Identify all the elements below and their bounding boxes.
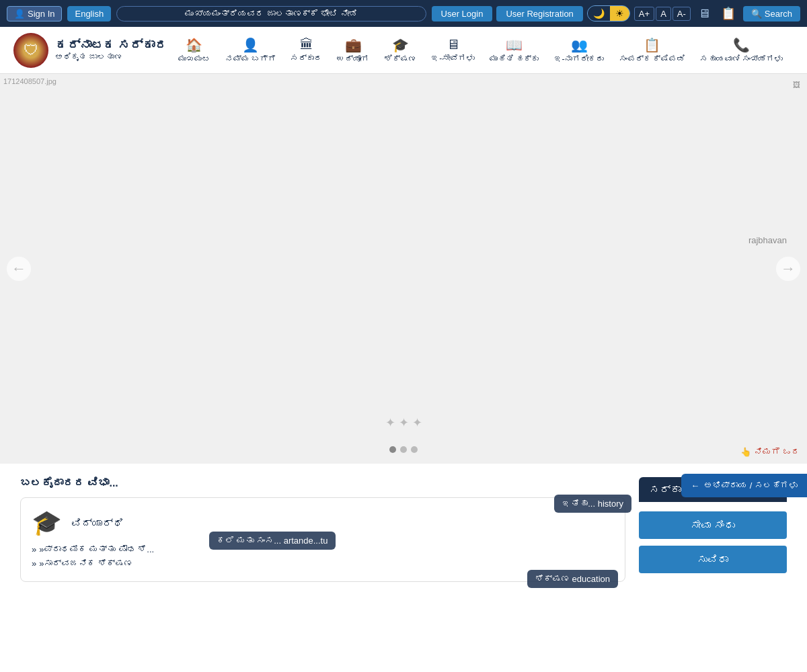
- cm-visit-button[interactable]: ಮುಖ್ಯಮಂತ್ರಿಯವರ ಜಾಲತಾಣಕ್ಕೆ ಭೇಟಿ ನೀಡಿ: [116, 6, 426, 22]
- slider-image: 1712408507.jpg: [0, 74, 807, 464]
- phone-icon: 📞: [733, 37, 750, 53]
- slider-prev-button[interactable]: ←: [7, 257, 31, 281]
- dept-section: ಬಲಕೈದಾರರ ವಿಭಾ... ಇತಿಹಾ... history 🎓 ವಿದ್…: [20, 477, 625, 585]
- nav-government[interactable]: 🏛 ಸರ್ಕಾರ: [285, 34, 328, 66]
- org-subtitle: ಅಧಿಕೃತ ಜಾಲತಾಣ: [55, 52, 167, 62]
- nav-eservices[interactable]: 🖥 ಇ-ಸೇವೆಗಳು: [426, 34, 480, 66]
- badge-kale[interactable]: ಕಲೆ ಮತು ಸಂಸ... artande...tu: [209, 532, 336, 550]
- user-icon: 👤: [14, 9, 25, 19]
- dept-icon-row: 🎓 ವಿದ್ಯಾರ್ಥಿ: [32, 509, 124, 537]
- feedback-button[interactable]: ← ಅಭಿಪ್ರಾಯ / ಸಲಹೆಗಳು: [681, 474, 807, 497]
- english-button[interactable]: English: [67, 6, 111, 22]
- building-icon: 🏛: [300, 37, 313, 52]
- home-icon: 🏠: [186, 37, 202, 53]
- feedback-arrow-icon: ←: [691, 480, 699, 491]
- slider-dot-3[interactable]: [411, 446, 418, 453]
- accessibility-icon[interactable]: 📋: [718, 5, 739, 22]
- nav-home[interactable]: 🏠 ಮುಖಪುಟ: [173, 34, 216, 67]
- badge-history[interactable]: ಇತಿಹಾ... history: [554, 495, 631, 513]
- badge-shiksha[interactable]: ಶಿಕ್ಷಣ education: [527, 570, 618, 588]
- nav-helpline[interactable]: 📞 ಸಹಾಯವಾಣಿ ಸಂಖ್ಯೆಗಳು: [695, 34, 788, 67]
- user-login-button[interactable]: User Login: [432, 6, 493, 22]
- seva-sindhu-button[interactable]: ಸೇವಾ ಸಿಂಧು: [639, 511, 787, 539]
- dept-student-name: ವಿದ್ಯಾರ್ಥಿ: [71, 517, 124, 529]
- user-registration-button[interactable]: User Registration: [496, 6, 582, 22]
- loading-indicator: ✦ ✦ ✦: [385, 415, 422, 430]
- font-size-controls: A+ A A-: [634, 7, 691, 21]
- contact-icon: 📋: [644, 37, 660, 53]
- monitor-nav-icon: 🖥: [447, 37, 460, 52]
- nimge-oda-text: 👆 ನಿಮಗೆ ಒದ: [740, 447, 800, 457]
- search-button[interactable]: 🔍 Search: [743, 6, 800, 22]
- slider-corner-image: 🖼: [793, 81, 800, 89]
- graduation-icon: 🎓: [392, 37, 409, 53]
- dept-section-title: ಬಲಕೈದಾರರ ವಿಭಾ...: [20, 477, 625, 489]
- font-normal-button[interactable]: A: [656, 7, 671, 21]
- moon-button[interactable]: 🌙: [588, 6, 610, 21]
- slider-next-button[interactable]: →: [776, 257, 800, 281]
- logo-area: 🛡 ಕರ್ನಾಟಕ ಸರ್ಕಾರ ಅಧಿಕೃತ ಜಾಲತಾಣ: [13, 33, 167, 68]
- nav-employment[interactable]: 💼 ಉದ್ಯೋಗ: [332, 34, 375, 67]
- arrow-icon: »: [32, 544, 36, 554]
- briefcase-icon: 💼: [345, 37, 362, 53]
- main-nav: 🏠 ಮುಖಪುಟ 👤 ನಮ್ಮ ಬಗ್ಗೆ 🏛 ಸರ್ಕಾರ 💼 ಉದ್ಯೋಗ …: [167, 34, 794, 67]
- search-icon: 🔍: [751, 9, 762, 19]
- monitor-icon[interactable]: 🖥: [695, 5, 714, 22]
- nav-contact[interactable]: 📋 ಸಂಪರ್ಕ ಕ್ಷಿಪಡಿ: [614, 34, 691, 67]
- font-increase-button[interactable]: A+: [634, 7, 654, 21]
- slider-caption: rajbhavan: [748, 235, 787, 245]
- top-bar: 👤 Sign In English ಮುಖ್ಯಮಂತ್ರಿಯವರ ಜಾಲತಾಣಕ…: [0, 0, 807, 27]
- student-icon: 🎓: [32, 509, 62, 537]
- slider-filename: 1712408507.jpg: [3, 77, 56, 85]
- slider-dot-2[interactable]: [400, 446, 407, 453]
- top-bar-right: User Login User Registration 🌙 ☀ A+ A A-…: [432, 5, 800, 22]
- nav-rti[interactable]: 📖 ಮಾಹಿತಿ ಹಕ್ಕು: [484, 34, 544, 67]
- arrow2-icon: »: [32, 558, 36, 569]
- logo-emblem: 🛡: [13, 33, 48, 68]
- hand-icon: 👆: [740, 447, 751, 457]
- person-icon: 👤: [242, 37, 259, 53]
- sun-button[interactable]: ☀: [610, 6, 629, 21]
- logo-text: ಕರ್ನಾಟಕ ಸರ್ಕಾರ ಅಧಿಕೃತ ಜಾಲತಾಣ: [55, 38, 167, 62]
- theme-toggle: 🌙 ☀: [587, 5, 630, 22]
- nav-ecitizens[interactable]: 👥 ಇ-ನಾಗರೀಕರು: [549, 34, 610, 67]
- dept-card: ಇತಿಹಾ... history 🎓 ವಿದ್ಯಾರ್ಥಿ ಕಲೆ ಮತು ಸಂ…: [20, 497, 625, 582]
- org-name: ಕರ್ನಾಟಕ ಸರ್ಕಾರ: [55, 38, 167, 52]
- header: 🛡 ಕರ್ನಾಟಕ ಸರ್ಕಾರ ಅಧಿಕೃತ ಜಾಲತಾಣ 🏠 ಮುಖಪುಟ …: [0, 27, 807, 74]
- people-icon: 👥: [571, 37, 588, 53]
- dept-link-public[interactable]: » »ಸಾರ್ವಜನಿಕ ಶಿಕ್ಷಣ: [32, 556, 614, 571]
- slider-dots: [389, 446, 418, 453]
- slider-dot-1[interactable]: [389, 446, 396, 453]
- signin-button[interactable]: 👤 Sign In: [7, 6, 62, 22]
- emblem-icon: 🛡: [24, 42, 38, 59]
- suvidha-button[interactable]: ಸುವಿಧಾ: [639, 546, 787, 573]
- slider-area: 1712408507.jpg 🖼 rajbhavan ← → ✦ ✦ ✦ 👆 ನ…: [0, 74, 807, 464]
- nav-about[interactable]: 👤 ನಮ್ಮ ಬಗ್ಗೆ: [220, 34, 281, 67]
- nav-education[interactable]: 🎓 ಶಿಕ್ಷಣ: [379, 34, 422, 67]
- font-decrease-button[interactable]: A-: [672, 7, 691, 21]
- book-icon: 📖: [506, 37, 523, 53]
